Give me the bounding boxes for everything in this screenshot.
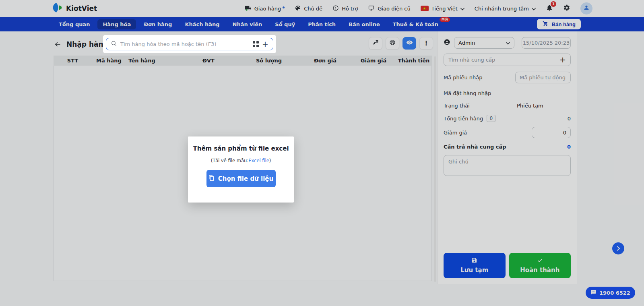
modal-subtitle-suffix: ) [269, 158, 271, 163]
add-product-icon[interactable]: + [262, 40, 268, 48]
product-search-input[interactable] [120, 41, 250, 47]
choose-file-button[interactable]: Chọn file dữ liệu [206, 170, 276, 187]
product-search-container: + [103, 35, 276, 53]
product-grid-icon[interactable] [253, 41, 259, 47]
product-search-box: + [106, 38, 273, 50]
modal-backdrop[interactable] [0, 0, 644, 306]
choose-file-label: Chọn file dữ liệu [218, 175, 273, 182]
modal-subtitle: (Tải về file mẫu:Excel file) [211, 158, 271, 163]
search-icon [111, 40, 117, 48]
copy-file-icon [208, 175, 215, 183]
excel-template-link[interactable]: Excel file [248, 158, 269, 163]
excel-import-modal: Thêm sản phẩm từ file excel (Tải về file… [188, 136, 294, 203]
modal-title: Thêm sản phẩm từ file excel [193, 145, 289, 152]
modal-subtitle-prefix: (Tải về file mẫu: [211, 158, 249, 163]
